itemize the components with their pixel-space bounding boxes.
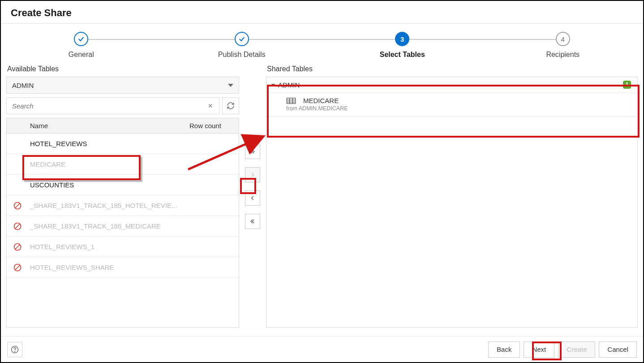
remove-one-button[interactable] [245,190,260,206]
add-all-button[interactable] [245,144,260,159]
step-label: Select Tables [322,51,483,59]
step-number-icon: 3 [395,32,409,46]
step-recipients[interactable]: 4 Recipients [483,32,644,59]
column-header-rowcount[interactable]: Row count [189,122,239,130]
table-icon [286,98,296,104]
check-icon [74,32,88,46]
svg-line-3 [15,224,20,229]
chevron-double-left-icon [249,218,256,225]
help-button[interactable] [7,342,22,357]
step-label: Publish Details [162,51,322,59]
schema-select-value: ADMIN [12,82,34,89]
help-icon [11,346,19,354]
svg-point-14 [15,351,15,352]
remove-all-button[interactable] [245,214,260,229]
search-input[interactable] [11,102,206,110]
table-row: _SHARE_183V1_TRACK_185_HOTEL_REVIE... [7,195,239,216]
table-row[interactable]: USCOUNTIES [7,175,239,195]
schema-select[interactable]: ADMIN [6,77,239,94]
svg-line-5 [15,245,20,249]
add-one-button[interactable] [245,167,260,182]
refresh-button[interactable] [222,97,239,114]
forbidden-icon [13,201,22,210]
available-tables-grid: Name Row count HOTEL_REVIEWS MEDICARE US… [6,118,239,328]
step-label: General [1,51,162,59]
chevron-double-right-icon [249,148,256,155]
back-button[interactable]: Back [488,341,520,358]
forbidden-icon [13,222,22,231]
step-number-icon: 4 [556,32,570,46]
shared-table-item[interactable]: MEDICARE from ADMIN.MEDICARE [266,93,637,117]
shared-item-source: from ADMIN.MEDICARE [286,105,632,112]
shared-item-name: MEDICARE [303,97,339,104]
shared-tables-label: Shared Tables [266,63,638,77]
search-input-wrapper: × [6,97,219,114]
count-badge: 1 [623,81,631,89]
forbidden-icon [13,263,22,272]
table-row[interactable]: HOTEL_REVIEWS [7,134,239,154]
step-label: Recipients [483,51,644,59]
svg-line-1 [15,203,20,208]
svg-rect-8 [287,98,295,103]
forbidden-icon [13,242,22,251]
next-button[interactable]: Next [524,341,554,358]
clear-search-icon[interactable]: × [206,101,215,111]
available-tables-label: Available Tables [6,63,239,77]
step-general[interactable]: General [1,32,162,59]
step-select-tables[interactable]: 3 Select Tables [322,32,483,59]
table-row[interactable]: MEDICARE [7,154,239,175]
cancel-button[interactable]: Cancel [599,341,637,358]
page-title: Create Share [1,1,643,24]
expand-icon [271,84,275,86]
chevron-right-icon [249,172,256,178]
shared-tables-tree: ADMIN 1 MEDICARE from ADMIN.MEDICARE [266,77,638,328]
stepper: General Publish Details 3 Select Tables … [1,24,643,63]
shared-group-header[interactable]: ADMIN 1 [266,77,637,93]
column-header-name[interactable]: Name [28,122,189,130]
create-button: Create [558,341,595,358]
table-row: HOTEL_REVIEWS_1 [7,237,239,257]
table-row: _SHARE_183V1_TRACK_186_MEDICARE [7,216,239,237]
check-icon [235,32,249,46]
svg-line-7 [15,265,20,270]
shared-group-name: ADMIN [278,81,300,89]
step-publish-details[interactable]: Publish Details [162,32,322,59]
chevron-left-icon [249,195,256,201]
table-row: HOTEL_REVIEWS_SHARE [7,257,239,278]
chevron-down-icon [228,84,233,87]
refresh-icon [227,102,235,110]
